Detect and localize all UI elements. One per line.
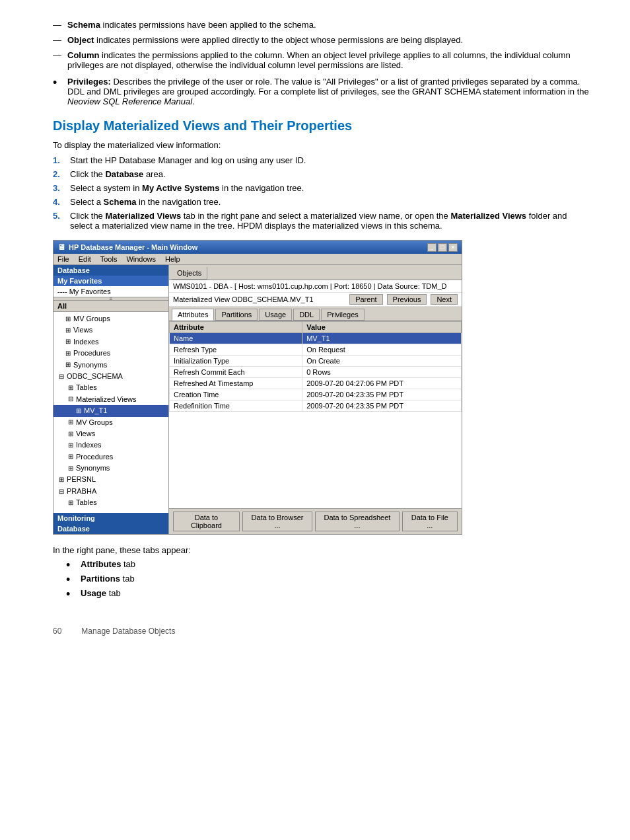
step-4: 4. Select a Schema in the navigation tre…: [53, 197, 590, 207]
info-bar-text: WMS0101 - DBA - [ Host: wms0101.cup.hp.c…: [173, 282, 447, 290]
tree-item[interactable]: ⊞ Synonyms: [53, 360, 168, 371]
step-1: 1. Start the HP Database Manager and log…: [53, 155, 590, 165]
table-row[interactable]: Refreshed At Timestamp 2009-07-20 04:27:…: [170, 378, 462, 389]
tab-privileges[interactable]: Privileges: [321, 309, 365, 321]
data-to-clipboard-button[interactable]: Data to Clipboard: [173, 512, 240, 531]
attr-value: On Create: [302, 356, 462, 367]
previous-button[interactable]: Previous: [387, 294, 427, 305]
post-bullet-usage: • Usage tab: [66, 588, 590, 600]
privileges-bullet: • Privileges: Describes the privilege of…: [53, 77, 590, 106]
tab-partitions[interactable]: Partitions: [215, 309, 258, 321]
bullet-object: — Object indicates permissions were appl…: [53, 35, 590, 45]
post-bullet-partitions: • Partitions tab: [66, 574, 590, 586]
table-row[interactable]: Name MV_T1: [170, 333, 462, 344]
col-attribute: Attribute: [170, 322, 302, 333]
post-bullets: • Attributes tab • Partitions tab • Usag…: [66, 559, 590, 600]
attr-name: Refreshed At Timestamp: [170, 378, 302, 389]
attr-name: Refresh Type: [170, 344, 302, 356]
tree-item[interactable]: ⊟ Materialized Views: [53, 394, 168, 405]
menu-file[interactable]: File: [57, 255, 69, 263]
attr-name: Name: [170, 333, 302, 344]
post-bullet-attributes: • Attributes tab: [66, 559, 590, 571]
monitoring-header: Monitoring: [53, 513, 168, 523]
data-table-container: Attribute Value Name MV_T1 Refresh Type …: [169, 321, 462, 508]
attr-value: MV_T1: [302, 333, 462, 344]
close-button[interactable]: ×: [448, 243, 458, 252]
left-pane: Database My Favorites ---- My Favorites …: [53, 265, 169, 534]
objects-tab[interactable]: Objects: [172, 267, 207, 280]
window-controls: _ □ ×: [427, 243, 458, 252]
next-button[interactable]: Next: [431, 294, 458, 305]
step-5: 5. Click the Materialized Views tab in t…: [53, 211, 590, 231]
table-row[interactable]: Redefinition Time 2009-07-20 04:23:35 PM…: [170, 401, 462, 412]
data-to-browser-button[interactable]: Data to Browser ...: [242, 512, 312, 531]
app-icon: 🖥: [57, 243, 65, 252]
screenshot-window: 🖥 HP Database Manager - Main Window _ □ …: [53, 240, 462, 535]
tree-item[interactable]: ⊟ ODBC_SCHEMA: [53, 371, 168, 382]
attr-name: Redefinition Time: [170, 401, 302, 412]
tree-item[interactable]: ⊞ Procedures: [53, 451, 168, 463]
tree-item[interactable]: ⊞ Tables: [53, 497, 168, 508]
attr-value: 2009-07-20 04:27:06 PM PDT: [302, 378, 462, 389]
info-bar: WMS0101 - DBA - [ Host: wms0101.cup.hp.c…: [169, 280, 462, 293]
attr-value: On Request: [302, 344, 462, 356]
window-title: HP Database Manager - Main Window: [69, 243, 197, 251]
table-row[interactable]: Creation Time 2009-07-20 04:23:35 PM PDT: [170, 389, 462, 401]
tree-item[interactable]: ⊞ Synonyms: [53, 463, 168, 474]
intro-bullets: — Schema indicates permissions have been…: [53, 20, 590, 70]
bottom-bar: Data to Clipboard Data to Browser ... Da…: [169, 508, 462, 534]
tab-attributes[interactable]: Attributes: [172, 309, 214, 321]
tree-item[interactable]: ⊞ MV Groups: [53, 313, 168, 325]
nav-bar: Materialized View ODBC_SCHEMA.MV_T1 Pare…: [169, 293, 462, 307]
step-3: 3. Select a system in My Active Systems …: [53, 183, 590, 193]
tree-container: ⊞ MV Groups ⊞ Views ⊞ Indexes ⊞ Procedur…: [53, 312, 168, 510]
page-footer: 60 Manage Database Objects: [53, 627, 590, 636]
menu-edit[interactable]: Edit: [79, 255, 91, 263]
menu-bar: File Edit Tools Windows Help: [53, 254, 462, 265]
tree-item[interactable]: ⊞ MV Groups: [53, 417, 168, 428]
data-to-file-button[interactable]: Data to File ...: [402, 512, 458, 531]
my-favorites-header: My Favorites: [53, 276, 168, 286]
tree-item[interactable]: ⊟ PRABHA: [53, 486, 168, 497]
tree-item[interactable]: ⊞ Procedures: [53, 348, 168, 359]
right-pane: Objects WMS0101 - DBA - [ Host: wms0101.…: [169, 265, 462, 534]
menu-tools[interactable]: Tools: [100, 255, 118, 263]
menu-help[interactable]: Help: [165, 255, 180, 263]
tree-item[interactable]: ⊞ PERSNL: [53, 474, 168, 485]
parent-button[interactable]: Parent: [349, 294, 382, 305]
post-text-section: In the right pane, these tabs appear: • …: [53, 545, 590, 600]
objects-tab-bar: Objects: [169, 265, 462, 280]
table-row[interactable]: Initialization Type On Create: [170, 356, 462, 367]
table-row[interactable]: Refresh Type On Request: [170, 344, 462, 356]
menu-windows[interactable]: Windows: [126, 255, 156, 263]
tab-usage[interactable]: Usage: [259, 309, 292, 321]
minimize-button[interactable]: _: [427, 243, 437, 252]
tree-item-mv-t1[interactable]: ⊞ MV_T1: [53, 405, 168, 416]
attr-name: Initialization Type: [170, 356, 302, 367]
tree-item[interactable]: ⊞ Views: [53, 325, 168, 336]
tree-item[interactable]: ⊞ Views: [53, 428, 168, 439]
all-header: All: [53, 301, 168, 312]
tab-ddl[interactable]: DDL: [293, 309, 320, 321]
attr-name: Refresh Commit Each: [170, 367, 302, 378]
data-to-spreadsheet-button[interactable]: Data to Spreadsheet ...: [315, 512, 400, 531]
page-number: 60: [53, 627, 61, 636]
step-2: 2. Click the Database area.: [53, 169, 590, 179]
nav-label: Materialized View ODBC_SCHEMA.MV_T1: [173, 295, 345, 303]
attr-name: Creation Time: [170, 389, 302, 401]
database-footer-header: Database: [53, 523, 168, 534]
window-body: Database My Favorites ---- My Favorites …: [53, 265, 462, 534]
maximize-button[interactable]: □: [438, 243, 447, 252]
bullet-column: — Column indicates the permissions appli…: [53, 50, 590, 70]
table-row[interactable]: Refresh Commit Each 0 Rows: [170, 367, 462, 378]
footer-section: Manage Database Objects: [81, 627, 175, 636]
window-titlebar: 🖥 HP Database Manager - Main Window _ □ …: [53, 241, 462, 254]
tree-item[interactable]: ⊞ Indexes: [53, 336, 168, 348]
database-section-header: Database: [53, 265, 168, 276]
bullet-privileges: • Privileges: Describes the privilege of…: [53, 77, 590, 106]
tree-item[interactable]: ⊞ Tables: [53, 382, 168, 393]
post-text-intro: In the right pane, these tabs appear:: [53, 545, 590, 555]
tree-item[interactable]: ⊞ Indexes: [53, 439, 168, 451]
attr-value: 0 Rows: [302, 367, 462, 378]
attribute-tabs: Attributes Partitions Usage DDL Privileg…: [169, 307, 462, 321]
